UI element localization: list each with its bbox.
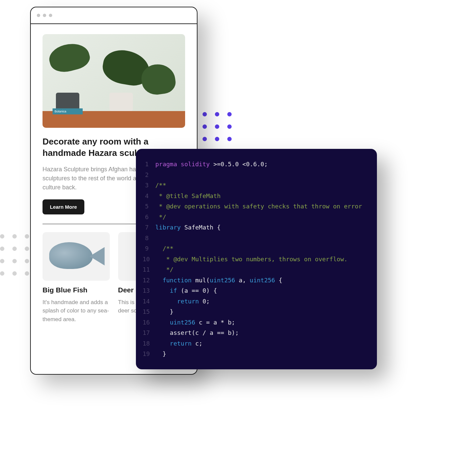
code-text: * @dev Multiplies two numbers, throws on… — [155, 254, 367, 265]
code-line: 17 assert(c / a == b); — [143, 328, 367, 338]
code-token: c; — [195, 340, 203, 347]
code-token: assert(c / a == b); — [170, 329, 239, 336]
code-text: return 0; — [155, 296, 367, 307]
product-title: Big Blue Fish — [43, 286, 110, 294]
code-line: 1pragma solidity >=0.5.0 <0.6.0; — [143, 159, 367, 170]
code-token: * @title SafeMath — [155, 192, 221, 199]
code-text: assert(c / a == b); — [155, 328, 367, 338]
fish-tail-icon — [90, 247, 105, 266]
line-number: 14 — [143, 296, 155, 307]
code-text: } — [155, 306, 367, 317]
code-token: * @dev Multiplies two numbers, throws on… — [163, 256, 348, 263]
code-line: 7library SafeMath { — [143, 222, 367, 233]
dot-grid-purple — [203, 112, 232, 154]
book-label: Botanica — [53, 108, 83, 114]
dot-icon — [12, 247, 17, 251]
code-token: pragma solidity — [155, 161, 213, 168]
code-line: 8 — [143, 233, 367, 244]
dot-icon — [203, 137, 207, 141]
dot-icon — [0, 259, 4, 263]
line-number: 5 — [143, 201, 155, 212]
code-editor[interactable]: 1pragma solidity >=0.5.0 <0.6.0;23/**4 *… — [136, 149, 377, 369]
line-number: 4 — [143, 191, 155, 201]
dot-icon — [25, 271, 29, 276]
window-control-icon — [49, 14, 52, 17]
dot-icon — [227, 112, 232, 116]
code-text — [155, 170, 367, 180]
line-number: 13 — [143, 285, 155, 296]
code-text: */ — [155, 264, 367, 275]
line-number: 2 — [143, 170, 155, 180]
code-line: 18 return c; — [143, 338, 367, 349]
code-token: (a == 0) { — [181, 287, 217, 294]
line-number: 1 — [143, 159, 155, 170]
code-text: pragma solidity >=0.5.0 <0.6.0; — [155, 159, 367, 170]
code-token: uint256 — [170, 319, 199, 326]
dot-icon — [215, 137, 219, 141]
code-text: library SafeMath { — [155, 222, 367, 233]
plant-icon — [47, 39, 92, 76]
code-token: uint256 — [250, 277, 279, 284]
window-control-icon — [37, 14, 40, 17]
code-text: } — [155, 349, 367, 359]
line-number: 16 — [143, 317, 155, 328]
dot-icon — [0, 234, 4, 239]
code-token: } — [163, 350, 166, 357]
learn-more-button[interactable]: Learn More — [43, 199, 84, 214]
dot-icon — [227, 124, 232, 129]
fish-icon — [49, 242, 93, 269]
line-number: 8 — [143, 233, 155, 244]
code-token: } — [170, 308, 173, 315]
code-token: */ — [163, 266, 174, 273]
dot-icon — [25, 234, 29, 239]
code-text: function mul(uint256 a, uint256 { — [155, 275, 367, 286]
code-line: 13 if (a == 0) { — [143, 285, 367, 296]
code-line: 12 function mul(uint256 a, uint256 { — [143, 275, 367, 286]
code-line: 3/** — [143, 180, 367, 191]
dot-icon — [215, 124, 219, 129]
dot-icon — [203, 124, 207, 129]
dot-icon — [12, 271, 17, 276]
line-number: 9 — [143, 243, 155, 254]
code-token: uint256 — [210, 277, 239, 284]
code-text: /** — [155, 243, 367, 254]
code-text: return c; — [155, 338, 367, 349]
hero-image: Botanica — [43, 34, 185, 128]
code-line: 11 */ — [143, 264, 367, 275]
code-token: 0; — [203, 298, 210, 305]
code-text: * @dev operations with safety checks tha… — [155, 201, 367, 212]
dot-icon — [227, 137, 232, 141]
code-text: * @title SafeMath — [155, 191, 367, 201]
dot-icon — [25, 247, 29, 251]
line-number: 18 — [143, 338, 155, 349]
line-number: 11 — [143, 264, 155, 275]
code-line: 16 uint256 c = a * b; — [143, 317, 367, 328]
line-number: 3 — [143, 180, 155, 191]
code-text: /** — [155, 180, 367, 191]
code-line: 4 * @title SafeMath — [143, 191, 367, 201]
dot-icon — [0, 247, 4, 251]
code-token: function — [163, 277, 195, 284]
line-number: 12 — [143, 275, 155, 286]
dot-icon — [12, 259, 17, 263]
code-line: 19 } — [143, 349, 367, 359]
window-control-icon — [43, 14, 46, 17]
code-token: c = a * b; — [199, 319, 235, 326]
browser-chrome — [31, 7, 197, 24]
line-number: 19 — [143, 349, 155, 359]
code-token: SafeMath { — [184, 224, 221, 231]
dot-icon — [203, 112, 207, 116]
code-token: { — [279, 277, 283, 284]
pot-icon — [109, 93, 133, 111]
code-token: /** — [163, 245, 174, 252]
line-number: 6 — [143, 212, 155, 222]
code-line: 10 * @dev Multiplies two numbers, throws… — [143, 254, 367, 265]
product-description: It's handmade and adds a splash of color… — [43, 298, 110, 324]
code-token: >=0.5.0 <0.6.0; — [213, 161, 268, 168]
product-card[interactable]: Big Blue Fish It's handmade and adds a s… — [43, 232, 110, 324]
line-number: 10 — [143, 254, 155, 265]
code-line: 15 } — [143, 306, 367, 317]
dot-grid-gray — [0, 234, 29, 276]
code-line: 2 — [143, 170, 367, 180]
code-text: if (a == 0) { — [155, 285, 367, 296]
